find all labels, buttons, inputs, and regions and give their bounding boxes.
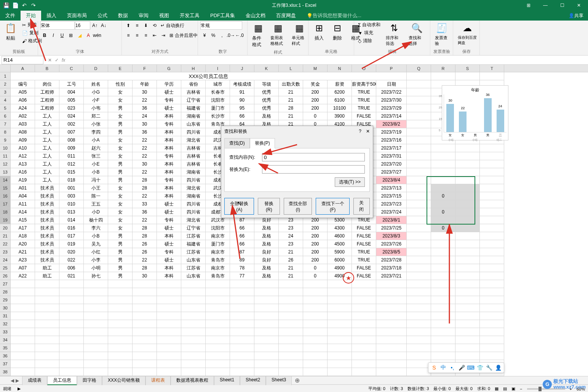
- cell[interactable]: 66: [230, 240, 254, 248]
- ime-voice-icon[interactable]: 🎤: [458, 364, 465, 371]
- cell[interactable]: [431, 184, 455, 192]
- cell[interactable]: [230, 336, 254, 344]
- cell[interactable]: [303, 328, 328, 336]
- cell[interactable]: [455, 312, 480, 320]
- cell[interactable]: [303, 368, 328, 376]
- cell[interactable]: 26: [133, 248, 157, 256]
- cell[interactable]: 工程师: [35, 88, 59, 96]
- cell[interactable]: TRUE: [352, 256, 376, 264]
- cell[interactable]: [303, 280, 328, 288]
- chart[interactable]: 年龄 3525155 30 22 36 24 女女男男二 小结小结结二: [442, 85, 508, 140]
- cell[interactable]: [181, 288, 206, 296]
- cell[interactable]: 2023/7/18: [376, 264, 407, 272]
- cell[interactable]: 小明: [84, 264, 108, 272]
- cell[interactable]: [455, 304, 480, 312]
- cell[interactable]: 小A: [84, 136, 108, 144]
- cell[interactable]: [11, 328, 35, 336]
- cell[interactable]: [230, 352, 254, 360]
- cell[interactable]: 28: [133, 176, 157, 184]
- cell[interactable]: 23: [279, 224, 303, 232]
- cell[interactable]: [59, 304, 84, 312]
- cell[interactable]: 技术员: [35, 232, 59, 240]
- cell[interactable]: 6000: [328, 256, 352, 264]
- cell[interactable]: [455, 208, 480, 216]
- ribbon-options-icon[interactable]: ⊞: [521, 0, 536, 11]
- row-header[interactable]: 22: [0, 240, 11, 248]
- cell[interactable]: 020: [59, 248, 84, 256]
- cell[interactable]: [84, 296, 108, 304]
- cell[interactable]: 冯十: [84, 176, 108, 184]
- row-header[interactable]: 27: [0, 280, 11, 288]
- close-icon[interactable]: ✕: [571, 0, 586, 11]
- cell[interactable]: 孙七: [84, 272, 108, 280]
- cell[interactable]: 优秀: [254, 104, 279, 112]
- delete-cells-button[interactable]: ⊟删除: [329, 21, 346, 42]
- row-header[interactable]: 11: [0, 152, 11, 160]
- currency-icon[interactable]: ¥: [200, 31, 209, 40]
- cell[interactable]: 0: [431, 224, 455, 232]
- cell[interactable]: [455, 256, 480, 264]
- cell[interactable]: [455, 264, 480, 272]
- cell[interactable]: 33: [133, 200, 157, 208]
- cell[interactable]: [254, 288, 279, 296]
- cell[interactable]: [352, 344, 376, 352]
- cell[interactable]: [279, 328, 303, 336]
- cell[interactable]: 男: [108, 104, 133, 112]
- cell[interactable]: [84, 280, 108, 288]
- cell[interactable]: 2023/7/28: [376, 256, 407, 264]
- cell[interactable]: [455, 216, 480, 224]
- cell[interactable]: 女: [108, 136, 133, 144]
- cell[interactable]: 小E: [84, 160, 108, 168]
- cell[interactable]: 4900: [328, 264, 352, 272]
- cell[interactable]: [181, 304, 206, 312]
- cell[interactable]: 男: [108, 176, 133, 184]
- cell[interactable]: [455, 176, 480, 184]
- cell[interactable]: 陈一: [84, 192, 108, 200]
- cell[interactable]: [108, 320, 133, 328]
- cell[interactable]: [376, 352, 407, 360]
- cell[interactable]: [455, 320, 480, 328]
- sheet-tab[interactable]: 员工信息: [47, 376, 77, 385]
- cell[interactable]: [455, 288, 480, 296]
- fill-button[interactable]: ▼ 填充: [356, 29, 382, 37]
- sort-filter-button[interactable]: ⇅排序和筛选: [383, 21, 405, 47]
- cell[interactable]: 2023/7/29: [376, 104, 407, 112]
- cell[interactable]: 奖金: [303, 80, 328, 88]
- cell[interactable]: 22: [133, 216, 157, 224]
- cell[interactable]: [35, 368, 59, 376]
- cell[interactable]: [455, 272, 480, 280]
- cell[interactable]: [407, 80, 431, 88]
- cell[interactable]: 2023/7/24: [376, 208, 407, 216]
- cell[interactable]: 21: [279, 272, 303, 280]
- cell[interactable]: [108, 312, 133, 320]
- cell[interactable]: 山东省: [181, 256, 206, 264]
- cell[interactable]: 技术员: [35, 224, 59, 232]
- tab-replace[interactable]: 替换(P): [250, 138, 275, 148]
- cell[interactable]: [376, 304, 407, 312]
- cell[interactable]: [254, 280, 279, 288]
- cell[interactable]: A22: [11, 272, 35, 280]
- cell[interactable]: 长沙市: [206, 112, 230, 120]
- cell[interactable]: [407, 208, 431, 216]
- cell[interactable]: 吴九: [84, 240, 108, 248]
- cell[interactable]: [157, 288, 181, 296]
- row-header[interactable]: 1: [0, 72, 11, 80]
- cell[interactable]: 四川省: [181, 176, 206, 184]
- row-header[interactable]: 9: [0, 136, 11, 144]
- cell[interactable]: [279, 304, 303, 312]
- cell[interactable]: 女: [108, 208, 133, 216]
- cell[interactable]: 017: [59, 232, 84, 240]
- find-next-button[interactable]: 查找下一个(F): [316, 198, 349, 215]
- cell[interactable]: [206, 368, 230, 376]
- cell[interactable]: 0: [431, 208, 455, 216]
- font-name-select[interactable]: [40, 21, 75, 30]
- row-header[interactable]: 3: [0, 88, 11, 96]
- cell[interactable]: 女: [108, 184, 133, 192]
- cell[interactable]: [407, 72, 431, 80]
- cell[interactable]: 200: [303, 224, 328, 232]
- col-header-R[interactable]: R: [431, 65, 455, 72]
- cell[interactable]: 技术员: [35, 248, 59, 256]
- align-right-icon[interactable]: ≡: [142, 31, 150, 40]
- cell[interactable]: 王五: [84, 200, 108, 208]
- cell[interactable]: 技术员: [35, 184, 59, 192]
